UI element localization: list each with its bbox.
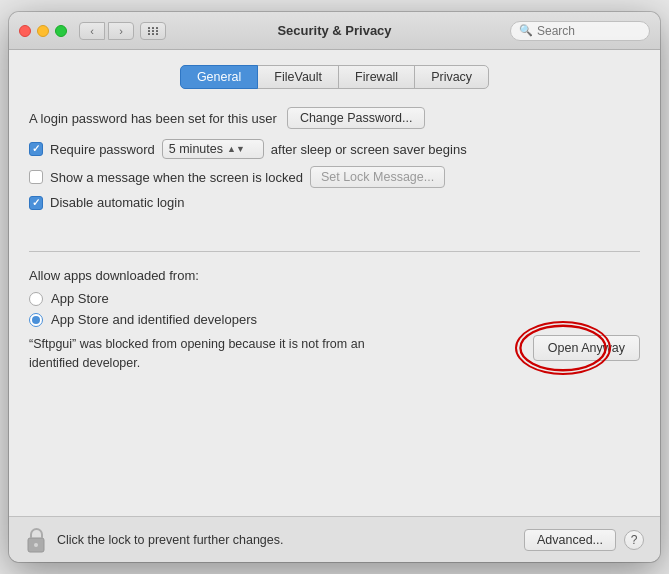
window: ‹ › Security & Privacy 🔍 General FileVau… [9, 12, 660, 562]
search-icon: 🔍 [519, 24, 533, 37]
show-message-row: Show a message when the screen is locked… [29, 166, 640, 188]
change-password-button[interactable]: Change Password... [287, 107, 426, 129]
disable-login-checkbox[interactable] [29, 196, 43, 210]
dropdown-value: 5 minutes [169, 142, 223, 156]
dropdown-arrows: ▲▼ [227, 145, 245, 154]
svg-point-2 [34, 543, 38, 547]
tab-firewall[interactable]: Firewall [338, 65, 415, 89]
blocked-row: “Sftpgui” was blocked from opening becau… [29, 335, 640, 373]
login-password-row: A login password has been set for this u… [29, 107, 640, 129]
allow-apps-label: Allow apps downloaded from: [29, 268, 640, 283]
general-panel: A login password has been set for this u… [29, 107, 640, 516]
blocked-text: “Sftpgui” was blocked from opening becau… [29, 335, 517, 373]
login-section: A login password has been set for this u… [29, 107, 640, 217]
app-store-label: App Store [51, 291, 109, 306]
nav-buttons: ‹ › [79, 22, 134, 40]
disable-login-label: Disable automatic login [50, 195, 184, 210]
search-box[interactable]: 🔍 [510, 21, 650, 41]
after-sleep-label: after sleep or screen saver begins [271, 142, 467, 157]
tab-filevault[interactable]: FileVault [257, 65, 339, 89]
grid-icon [148, 27, 159, 35]
blocked-text-line1: “Sftpgui” was blocked from opening becau… [29, 337, 365, 351]
tabs: General FileVault Firewall Privacy [29, 65, 640, 89]
require-password-row: Require password 5 minutes ▲▼ after slee… [29, 139, 640, 159]
minimize-button[interactable] [37, 25, 49, 37]
app-store-radio[interactable] [29, 292, 43, 306]
back-icon: ‹ [90, 25, 94, 37]
show-message-label: Show a message when the screen is locked [50, 170, 303, 185]
content: General FileVault Firewall Privacy A log… [9, 50, 660, 516]
advanced-button[interactable]: Advanced... [524, 529, 616, 551]
grid-button[interactable] [140, 22, 166, 40]
maximize-button[interactable] [55, 25, 67, 37]
open-anyway-button[interactable]: Open Anyway [533, 335, 640, 361]
titlebar: ‹ › Security & Privacy 🔍 [9, 12, 660, 50]
tab-privacy[interactable]: Privacy [414, 65, 489, 89]
open-anyway-wrap: Open Anyway [533, 335, 640, 361]
footer-lock-text: Click the lock to prevent further change… [57, 533, 524, 547]
show-message-checkbox[interactable] [29, 170, 43, 184]
allow-apps-section: Allow apps downloaded from: App Store Ap… [29, 268, 640, 373]
require-password-label: Require password [50, 142, 155, 157]
set-lock-message-button[interactable]: Set Lock Message... [310, 166, 445, 188]
footer: Click the lock to prevent further change… [9, 516, 660, 562]
password-time-dropdown[interactable]: 5 minutes ▲▼ [162, 139, 264, 159]
traffic-lights [19, 25, 67, 37]
require-password-checkbox[interactable] [29, 142, 43, 156]
close-button[interactable] [19, 25, 31, 37]
app-store-radio-row: App Store [29, 291, 640, 306]
app-store-identified-radio[interactable] [29, 313, 43, 327]
disable-login-row: Disable automatic login [29, 195, 640, 210]
forward-icon: › [119, 25, 123, 37]
app-store-identified-radio-row: App Store and identified developers [29, 312, 640, 327]
login-label: A login password has been set for this u… [29, 111, 277, 126]
forward-button[interactable]: › [108, 22, 134, 40]
help-button[interactable]: ? [624, 530, 644, 550]
section-divider [29, 251, 640, 252]
app-store-identified-label: App Store and identified developers [51, 312, 257, 327]
lock-icon [25, 527, 47, 553]
tab-general[interactable]: General [180, 65, 258, 89]
search-input[interactable] [537, 24, 641, 38]
back-button[interactable]: ‹ [79, 22, 105, 40]
blocked-text-line2: identified developer. [29, 356, 140, 370]
